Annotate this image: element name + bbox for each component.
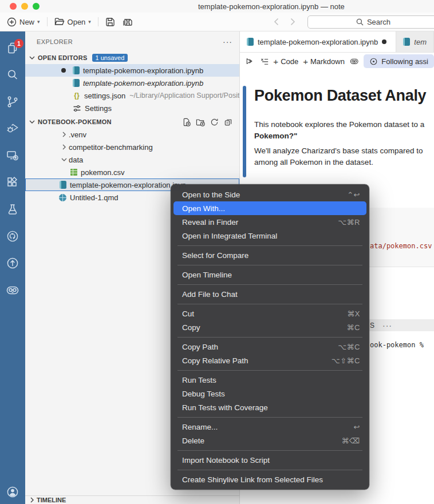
menu-item-rename[interactable]: Rename...↩ bbox=[171, 420, 369, 434]
open-editors-header[interactable]: OPEN EDITORS 1 unsaved bbox=[25, 51, 239, 64]
unsaved-dot-icon[interactable] bbox=[382, 39, 386, 44]
assistant-activity-button[interactable] bbox=[5, 283, 20, 297]
menu-item-open-in-terminal[interactable]: Open in Integrated Terminal bbox=[171, 229, 369, 243]
tab-notebook-preview[interactable]: tem bbox=[396, 31, 434, 52]
monitor-x-icon bbox=[6, 149, 19, 162]
editor-tabbar: template-pokemon-exploration.ipynb tem bbox=[240, 31, 434, 53]
open-editor-item[interactable]: settings.json ~/Library/Application Supp… bbox=[25, 89, 239, 102]
new-file-icon[interactable] bbox=[182, 118, 191, 126]
folder-section-header[interactable]: NOTEBOOK-POKEMON bbox=[25, 116, 239, 128]
code-string-fragment: ata/pokemon.csv bbox=[370, 242, 432, 250]
git-branch-icon bbox=[6, 95, 19, 109]
chevron-right-icon bbox=[60, 142, 69, 152]
refresh-icon[interactable] bbox=[210, 118, 219, 126]
more-actions-icon[interactable]: ··· bbox=[382, 321, 392, 330]
notebook-toolbar: + Code + Markdown Following assi bbox=[240, 53, 434, 70]
search-input[interactable]: Search bbox=[307, 15, 434, 29]
menu-item-open-with[interactable]: Open With... bbox=[173, 201, 366, 215]
testing-activity-button[interactable] bbox=[5, 202, 20, 217]
open-folder-icon bbox=[54, 17, 65, 26]
tree-item-folder[interactable]: data bbox=[25, 153, 239, 166]
menu-separator bbox=[177, 284, 362, 285]
selected-cell-indicator bbox=[243, 86, 246, 177]
tree-item-file[interactable]: pokemon.csv bbox=[25, 166, 239, 178]
menu-item-run-tests[interactable]: Run Tests bbox=[171, 373, 369, 387]
csv-file-icon bbox=[70, 169, 77, 176]
clear-outputs-icon[interactable] bbox=[260, 57, 269, 66]
menu-item-copy-relative-path[interactable]: Copy Relative Path⌥⇧⌘C bbox=[171, 354, 369, 367]
chevron-right-icon bbox=[60, 130, 69, 139]
assistant-following-pill[interactable]: Following assi bbox=[364, 54, 434, 68]
new-folder-icon[interactable] bbox=[196, 118, 205, 126]
minimize-button[interactable] bbox=[21, 3, 28, 10]
save-all-button[interactable] bbox=[119, 15, 136, 29]
menu-item-cut[interactable]: Cut⌘X bbox=[171, 307, 369, 320]
navigate-back-button[interactable] bbox=[273, 17, 281, 27]
top-toolbar: New ▾ Open ▾ Search bbox=[0, 13, 434, 31]
add-code-cell-button[interactable]: + Code bbox=[273, 57, 298, 66]
menu-item-create-shinylive-link[interactable]: Create Shinylive Link from Selected File… bbox=[171, 473, 369, 486]
chevron-right-icon bbox=[27, 495, 37, 504]
notebook-file-icon bbox=[73, 79, 80, 87]
run-debug-activity-button[interactable] bbox=[5, 121, 20, 136]
extensions-activity-button[interactable] bbox=[5, 175, 20, 190]
menu-item-reveal-in-finder[interactable]: Reveal in Finder⌥⌘R bbox=[171, 215, 369, 229]
menu-separator bbox=[177, 450, 362, 451]
menu-separator bbox=[177, 470, 362, 470]
search-activity-button[interactable] bbox=[5, 68, 20, 82]
add-markdown-cell-button[interactable]: + Markdown bbox=[303, 57, 345, 66]
toolbar-divider bbox=[98, 17, 98, 26]
save-button[interactable] bbox=[102, 15, 119, 29]
zoom-button[interactable] bbox=[33, 3, 40, 10]
open-editor-item[interactable]: template-pokemon-exploration.ipynb bbox=[25, 77, 239, 89]
navigate-forward-button[interactable] bbox=[289, 17, 297, 27]
menu-item-add-file-to-chat[interactable]: Add File to Chat bbox=[171, 287, 369, 301]
more-actions-icon[interactable]: ··· bbox=[223, 37, 232, 46]
open-editor-item[interactable]: template-pokemon-exploration.ipynb bbox=[25, 64, 239, 77]
collapse-all-icon[interactable] bbox=[224, 118, 232, 126]
menu-item-run-tests-with-coverage[interactable]: Run Tests with Coverage bbox=[171, 400, 369, 414]
menu-item-debug-tests[interactable]: Debug Tests bbox=[171, 387, 369, 400]
menu-item-select-for-compare[interactable]: Select for Compare bbox=[171, 248, 369, 262]
shortcut-label: ⌥⇧⌘C bbox=[332, 356, 360, 365]
menu-item-copy-path[interactable]: Copy Path⌥⌘C bbox=[171, 340, 369, 354]
robot-icon[interactable] bbox=[349, 56, 359, 66]
search-icon bbox=[356, 18, 364, 26]
quarto-file-icon bbox=[59, 194, 66, 201]
settings-sliders-icon bbox=[73, 104, 81, 113]
explorer-activity-button[interactable]: 1 bbox=[5, 41, 20, 55]
unsaved-badge: 1 unsaved bbox=[92, 54, 128, 62]
caret-down-icon: ▾ bbox=[88, 19, 91, 25]
tree-item-folder[interactable]: .venv bbox=[25, 128, 239, 141]
search-icon bbox=[6, 68, 19, 82]
activity-bar: 1 bbox=[0, 31, 25, 504]
open-button[interactable]: Open ▾ bbox=[51, 15, 94, 29]
publish-activity-button[interactable] bbox=[5, 256, 20, 271]
menu-item-copy[interactable]: Copy⌘C bbox=[171, 320, 369, 334]
markdown-paragraph: We'll analyze Charizard's base stats com… bbox=[254, 145, 423, 168]
tree-item-folder[interactable]: competitor-benchmarking bbox=[25, 141, 239, 153]
robot-icon bbox=[5, 283, 20, 297]
tab-notebook[interactable]: template-pokemon-exploration.ipynb bbox=[240, 31, 396, 52]
new-button[interactable]: New ▾ bbox=[3, 15, 44, 29]
timeline-section-header[interactable]: TIMELINE bbox=[25, 495, 239, 504]
menu-item-open-timeline[interactable]: Open Timeline bbox=[171, 268, 369, 281]
notebook-file-icon bbox=[60, 181, 66, 189]
titlebar: template-pokemon-exploration.ipynb — not… bbox=[0, 0, 434, 13]
run-all-icon[interactable] bbox=[246, 56, 255, 66]
debug-icon bbox=[6, 122, 19, 136]
caret-down-icon: ▾ bbox=[37, 19, 40, 25]
menu-item-open-to-side[interactable]: Open to the Side⌃↩ bbox=[171, 188, 369, 201]
source-control-activity-button[interactable] bbox=[5, 94, 20, 109]
sessions-activity-button[interactable] bbox=[5, 148, 20, 163]
close-button[interactable] bbox=[10, 3, 17, 10]
following-eye-icon bbox=[369, 57, 378, 66]
menu-separator bbox=[177, 337, 362, 338]
toolbar-divider bbox=[47, 17, 48, 26]
save-icon bbox=[105, 17, 115, 27]
account-button[interactable] bbox=[5, 485, 20, 499]
menu-item-import-notebook-to-script[interactable]: Import Notebook to Script bbox=[171, 453, 369, 467]
open-editor-item[interactable]: Settings bbox=[25, 102, 239, 114]
menu-item-delete[interactable]: Delete⌘⌫ bbox=[171, 434, 369, 447]
github-activity-button[interactable] bbox=[5, 229, 20, 244]
